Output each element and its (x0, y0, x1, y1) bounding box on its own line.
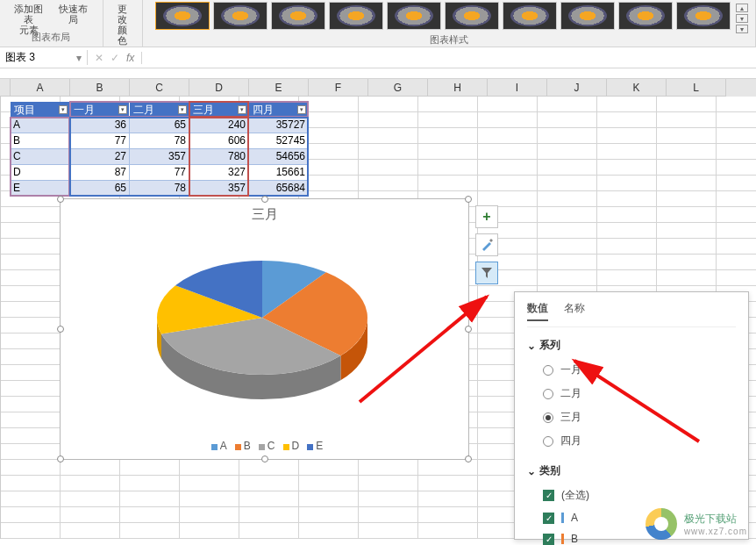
filter-tabs: 数值 名称 (527, 301, 736, 327)
tab-names[interactable]: 名称 (564, 301, 585, 321)
table-row[interactable]: A366524035727 (11, 118, 309, 133)
enter-icon[interactable]: ✓ (111, 52, 119, 64)
resize-handle[interactable] (57, 326, 64, 333)
column-headers: A B C D E F G H I J K L (0, 79, 756, 97)
col-header[interactable]: K (607, 79, 667, 97)
resize-handle[interactable] (465, 455, 472, 463)
pie-3d-chart[interactable] (131, 243, 394, 410)
checkbox-icon: ✓ (543, 490, 554, 501)
chart-style-thumb[interactable] (618, 2, 673, 30)
col-header[interactable]: L (667, 79, 726, 97)
radio-icon (543, 365, 553, 376)
gallery-expand[interactable]: ▴▾▾ (736, 0, 748, 33)
chevron-down-icon: ▾ (76, 52, 82, 64)
radio-icon (543, 412, 553, 423)
col-header[interactable]: A (11, 79, 70, 97)
legend-label: D (292, 440, 300, 452)
name-box-value: 图表 3 (5, 50, 35, 65)
chart-styles-button[interactable] (475, 233, 498, 256)
data-table[interactable]: 项目▾ 一月▾ 二月▾ 三月▾ 四月▾ A366524035727B777860… (11, 102, 309, 197)
chart-side-buttons: + (475, 205, 498, 284)
watermark-text: 极光下载站 www.xz7.com (684, 512, 747, 536)
chevron-down-icon[interactable]: ▾ (178, 105, 187, 114)
series-item[interactable]: 二月 (527, 382, 736, 405)
radio-icon (543, 436, 553, 447)
chart-filter-button[interactable] (475, 262, 498, 284)
fx-icon[interactable]: fx (126, 52, 134, 64)
resize-handle[interactable] (57, 455, 64, 463)
chevron-down-icon[interactable]: ▾ (59, 105, 68, 114)
table-header[interactable]: 三月▾ (189, 102, 249, 118)
legend-swatch (211, 444, 218, 450)
table-header[interactable]: 四月▾ (249, 102, 309, 118)
ribbon-group-colors: 更改 颜色 (103, 0, 143, 47)
chart-filter-panel: 数值 名称 系列 一月二月三月四月 类别 ✓ (全选) ✓A✓B (514, 291, 749, 540)
col-header[interactable]: H (428, 79, 488, 97)
table-row[interactable]: C2735778054656 (11, 149, 309, 165)
radio-icon (543, 389, 553, 399)
chart-legend[interactable]: A B C D E (61, 440, 468, 452)
chart-title[interactable]: 三月 (61, 199, 468, 223)
table-row[interactable]: E657835765684 (11, 181, 309, 197)
resize-handle[interactable] (261, 196, 268, 203)
table-header[interactable]: 二月▾ (130, 102, 189, 118)
chart-object[interactable]: 三月 A B C D E (60, 198, 469, 460)
col-header[interactable]: C (130, 79, 189, 97)
legend-label: E (316, 440, 323, 452)
resize-handle[interactable] (57, 196, 64, 203)
chevron-down-icon[interactable]: ▾ (118, 105, 127, 114)
change-colors-button[interactable]: 更改 颜色 (111, 2, 135, 30)
select-all-corner[interactable] (0, 79, 11, 97)
chart-style-thumb[interactable] (213, 2, 267, 30)
chart-elements-button[interactable]: + (475, 205, 498, 228)
resize-handle[interactable] (465, 326, 472, 333)
resize-handle[interactable] (465, 196, 472, 203)
ribbon-group-label-layout: 图表布局 (7, 31, 96, 47)
name-box[interactable]: 图表 3 ▾ (0, 50, 88, 65)
category-section-header[interactable]: 类别 (527, 463, 736, 478)
legend-swatch (235, 444, 241, 450)
legend-swatch (259, 444, 265, 450)
chart-style-thumb[interactable] (560, 2, 615, 30)
ribbon-group-label-styles: 图表样式 (150, 33, 748, 49)
checkbox-icon: ✓ (543, 534, 554, 545)
tab-values[interactable]: 数值 (527, 301, 548, 321)
table-header[interactable]: 一月▾ (70, 102, 130, 118)
chart-style-thumb[interactable] (503, 2, 557, 30)
series-item[interactable]: 三月 (527, 405, 736, 429)
series-item[interactable]: 一月 (527, 358, 736, 382)
series-section-header[interactable]: 系列 (527, 338, 736, 353)
chart-style-thumb[interactable] (271, 2, 325, 30)
cancel-icon[interactable]: ✕ (95, 52, 103, 64)
col-header[interactable]: G (368, 79, 428, 97)
col-header[interactable]: J (547, 79, 607, 97)
chart-style-thumb[interactable] (329, 2, 383, 30)
col-header[interactable]: I (488, 79, 547, 97)
watermark-logo (645, 508, 677, 540)
formula-bar: 图表 3 ▾ ✕ ✓ fx (0, 47, 756, 68)
col-header[interactable]: E (249, 79, 309, 97)
add-chart-element-button[interactable]: 添加图表 元素 (7, 2, 50, 30)
ribbon-group-chart-styles: ▴▾▾ 图表样式 (143, 0, 756, 47)
chart-style-thumb[interactable] (387, 2, 441, 30)
col-header[interactable]: F (309, 79, 368, 97)
table-row[interactable]: B777860652745 (11, 133, 309, 149)
quick-layout-button[interactable]: 快速布局 (52, 2, 95, 30)
watermark: 极光下载站 www.xz7.com (645, 508, 747, 540)
chevron-down-icon[interactable]: ▾ (238, 105, 246, 114)
checkbox-icon: ✓ (543, 513, 554, 524)
category-select-all[interactable]: ✓ (全选) (527, 484, 736, 507)
series-item[interactable]: 四月 (527, 429, 736, 453)
legend-label: C (267, 440, 275, 452)
table-header[interactable]: 项目▾ (11, 102, 70, 118)
chart-style-thumb[interactable] (155, 2, 210, 30)
chevron-down-icon[interactable]: ▾ (297, 105, 306, 114)
legend-label: A (220, 440, 227, 452)
col-header[interactable]: B (70, 79, 130, 97)
chart-style-thumb[interactable] (445, 2, 499, 30)
table-row[interactable]: D877732715661 (11, 165, 309, 181)
resize-handle[interactable] (261, 455, 268, 463)
legend-swatch (283, 444, 289, 450)
chart-style-thumb[interactable] (676, 2, 731, 30)
col-header[interactable]: D (189, 79, 249, 97)
